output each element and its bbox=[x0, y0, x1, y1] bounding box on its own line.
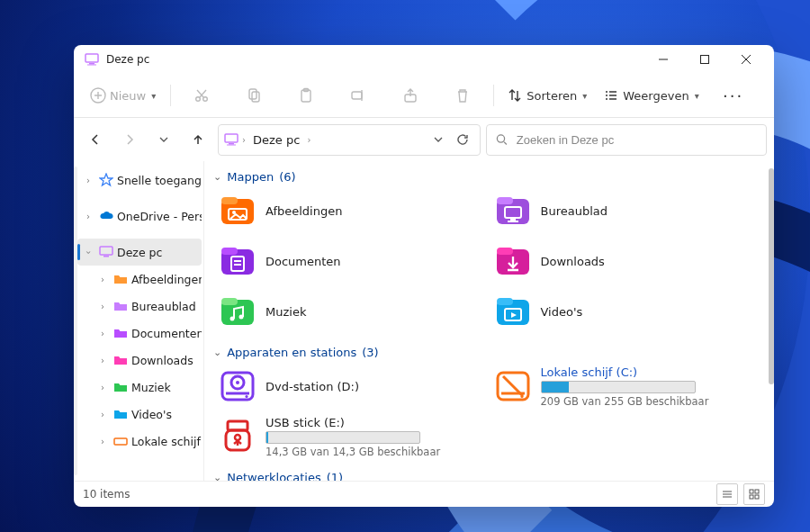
folder-muziek[interactable]: Muziek bbox=[219, 290, 494, 333]
content-scrollbar[interactable] bbox=[769, 168, 774, 384]
local-disk-icon bbox=[494, 367, 532, 405]
svg-rect-78 bbox=[755, 495, 759, 499]
address-bar[interactable]: › Deze pc › bbox=[218, 124, 481, 156]
sidebar-item-desktop[interactable]: ›Bureaublad bbox=[77, 293, 202, 320]
sidebar-item-onedrive[interactable]: › OneDrive - Perso bbox=[77, 203, 202, 230]
icons-view-button[interactable] bbox=[743, 483, 765, 505]
item-count: 10 items bbox=[83, 488, 130, 500]
dvd-drive-icon bbox=[219, 367, 256, 405]
copy-icon bbox=[246, 87, 262, 104]
cut-button[interactable] bbox=[176, 79, 227, 112]
chevron-down-icon: ⌄ bbox=[213, 472, 221, 481]
folder-documenten[interactable]: Documenten bbox=[219, 239, 494, 283]
ellipsis-icon: ··· bbox=[723, 86, 743, 105]
close-button[interactable] bbox=[725, 45, 767, 74]
svg-rect-28 bbox=[229, 143, 234, 145]
back-button[interactable] bbox=[81, 125, 110, 154]
sidebar-item-this-pc[interactable]: › Deze pc bbox=[77, 239, 202, 266]
rename-icon bbox=[350, 87, 366, 104]
star-icon bbox=[99, 173, 113, 187]
copy-button[interactable] bbox=[229, 79, 279, 112]
sidebar-item-label: Snelle toegang bbox=[117, 174, 202, 187]
sort-icon bbox=[507, 87, 523, 104]
svg-rect-0 bbox=[86, 54, 98, 62]
paste-button[interactable] bbox=[281, 79, 331, 112]
folder-downloads-icon bbox=[494, 242, 532, 280]
search-input[interactable] bbox=[515, 132, 757, 148]
delete-button[interactable] bbox=[437, 79, 488, 112]
device-local-disk[interactable]: Lokale schijf (C:) 209 GB van 255 GB bes… bbox=[494, 365, 770, 408]
sidebar-item-videos[interactable]: ›Video's bbox=[77, 401, 202, 428]
rename-button[interactable] bbox=[333, 79, 383, 112]
group-header-network[interactable]: ⌄ Netwerklocaties (1) bbox=[213, 467, 769, 481]
sidebar-item-local-disk[interactable]: ›Lokale schijf (C: bbox=[77, 428, 202, 455]
group-header-folders[interactable]: ⌄ Mappen (6) bbox=[213, 167, 769, 189]
trash-icon bbox=[454, 87, 471, 104]
sidebar-item-quick-access[interactable]: › Snelle toegang bbox=[77, 167, 202, 194]
svg-point-30 bbox=[497, 135, 504, 142]
this-pc-icon bbox=[99, 245, 113, 259]
more-button[interactable]: ··· bbox=[708, 79, 759, 112]
sidebar-item-label: Afbeeldingen bbox=[131, 273, 202, 286]
folder-bureaublad[interactable]: Bureaublad bbox=[494, 189, 770, 232]
folder-afbeeldingen[interactable]: Afbeeldingen bbox=[219, 189, 494, 232]
folder-videos[interactable]: Video's bbox=[494, 290, 770, 333]
group-header-devices[interactable]: ⌄ Apparaten en stations (3) bbox=[213, 342, 769, 365]
svg-line-31 bbox=[504, 142, 507, 145]
sidebar-item-documents[interactable]: ›Documenten bbox=[77, 320, 202, 347]
sidebar-item-label: Lokale schijf (C: bbox=[131, 435, 202, 448]
svg-rect-75 bbox=[750, 490, 753, 493]
view-icon bbox=[603, 87, 619, 104]
svg-rect-14 bbox=[249, 89, 256, 99]
navigation-bar: › Deze pc › bbox=[74, 118, 774, 161]
sidebar-item-label: Muziek bbox=[131, 381, 171, 394]
svg-point-53 bbox=[230, 317, 235, 321]
this-pc-icon bbox=[224, 132, 238, 147]
svg-rect-77 bbox=[750, 495, 753, 499]
share-button[interactable] bbox=[385, 79, 436, 112]
sidebar-item-downloads[interactable]: ›Downloads bbox=[77, 347, 202, 374]
content-pane: ⌄ Mappen (6) Afbeeldingen Bureaublad Doc… bbox=[204, 161, 774, 481]
refresh-icon[interactable] bbox=[456, 133, 469, 146]
svg-rect-15 bbox=[252, 92, 259, 102]
svg-rect-50 bbox=[497, 248, 513, 255]
arrow-up-icon bbox=[192, 133, 204, 146]
breadcrumb[interactable]: Deze pc bbox=[249, 131, 303, 149]
recent-button[interactable] bbox=[149, 125, 178, 154]
sidebar-item-label: Bureaublad bbox=[131, 300, 196, 313]
chevron-right-icon[interactable]: › bbox=[81, 176, 95, 185]
svg-rect-2 bbox=[87, 65, 96, 66]
device-dvd[interactable]: Dvd-station (D:) bbox=[219, 365, 494, 408]
folder-icon bbox=[113, 407, 128, 421]
sidebar-item-music[interactable]: ›Muziek bbox=[77, 374, 202, 401]
device-usb[interactable]: USB stick (E:) 14,3 GB van 14,3 GB besch… bbox=[219, 415, 494, 458]
plus-circle-icon bbox=[90, 87, 106, 104]
chevron-right-icon[interactable]: › bbox=[81, 212, 95, 221]
maximize-button[interactable] bbox=[684, 45, 725, 74]
search-box[interactable] bbox=[486, 124, 767, 156]
titlebar[interactable]: Deze pc bbox=[74, 45, 774, 74]
sidebar-item-pictures[interactable]: ›Afbeeldingen bbox=[77, 266, 202, 293]
chevron-down-icon[interactable] bbox=[433, 134, 444, 145]
folder-documents-icon bbox=[219, 242, 256, 280]
new-button[interactable]: Nieuw ▾ bbox=[81, 79, 165, 112]
up-button[interactable] bbox=[184, 125, 212, 154]
chevron-down-icon[interactable]: › bbox=[84, 245, 94, 259]
command-toolbar: Nieuw ▾ Sorteren ▾ Weergeven ▾ ··· bbox=[74, 74, 774, 118]
details-view-button[interactable] bbox=[716, 483, 738, 505]
svg-rect-42 bbox=[510, 219, 516, 221]
view-button[interactable]: Weergeven ▾ bbox=[596, 79, 706, 112]
svg-rect-52 bbox=[221, 298, 238, 305]
svg-point-54 bbox=[239, 315, 244, 320]
this-pc-icon bbox=[85, 52, 99, 67]
forward-button[interactable] bbox=[115, 125, 144, 154]
minimize-button[interactable] bbox=[643, 45, 684, 74]
svg-rect-33 bbox=[104, 256, 109, 257]
folder-downloads[interactable]: Downloads bbox=[494, 239, 770, 283]
svg-rect-40 bbox=[497, 197, 513, 204]
chevron-right-icon: › bbox=[307, 135, 310, 145]
sort-button[interactable]: Sorteren ▾ bbox=[500, 79, 594, 112]
capacity-bar bbox=[266, 431, 420, 444]
file-explorer-window: Deze pc Nieuw ▾ Sorteren ▾ Weergeven bbox=[74, 45, 774, 507]
folder-icon bbox=[113, 326, 128, 340]
